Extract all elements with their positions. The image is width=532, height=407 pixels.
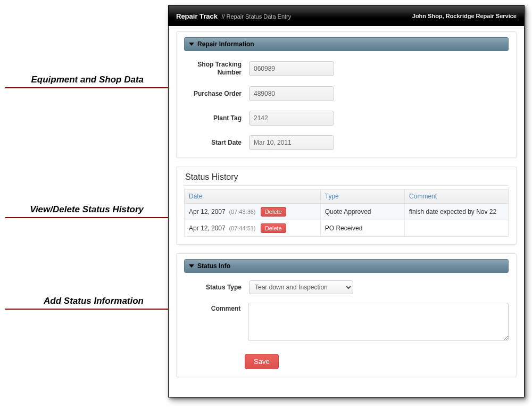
label-purchase-order: Purchase Order [184, 90, 249, 98]
annotation-history-line [5, 217, 181, 218]
cell-date: Apr 12, 2007 [189, 225, 226, 232]
cell-date: Apr 12, 2007 [189, 208, 226, 215]
top-bar: Repair Track // Repair Status Data Entry… [169, 6, 524, 26]
col-type[interactable]: Type [320, 189, 404, 204]
cell-comment: finish date expected by Nov 22 [405, 204, 509, 220]
status-info-title: Status Info [197, 262, 230, 270]
textarea-comment[interactable] [248, 303, 509, 341]
annotation-equipment-line [5, 87, 181, 88]
delete-button[interactable]: Delete [261, 223, 286, 233]
label-start-date: Start Date [184, 139, 249, 147]
cell-time: (07:44:51) [229, 225, 255, 231]
input-start-date[interactable] [249, 135, 334, 150]
select-status-type[interactable]: Tear down and Inspection [249, 280, 353, 294]
input-shop-tracking[interactable] [249, 61, 334, 76]
repair-info-title: Repair Information [197, 40, 254, 48]
page-body: Repair Information Shop Tracking Number … [169, 26, 524, 391]
row-comment: Comment [184, 303, 509, 341]
input-plant-tag[interactable] [249, 111, 334, 126]
repair-info-card: Repair Information Shop Tracking Number … [176, 31, 517, 158]
label-comment: Comment [184, 303, 248, 313]
app-brand: Repair Track [176, 12, 218, 20]
cell-time: (07:43:36) [229, 209, 255, 215]
annotation-add: Add Status Information [5, 296, 144, 306]
cell-comment [405, 220, 509, 237]
save-row: Save [245, 354, 516, 369]
repair-info-header[interactable]: Repair Information [184, 37, 509, 51]
col-comment[interactable]: Comment [405, 189, 509, 204]
row-plant-tag: Plant Tag [184, 111, 509, 126]
cell-type: PO Received [320, 220, 404, 237]
status-history-table: Date Type Comment Apr 12, 2007 (07:43:36… [184, 189, 509, 237]
status-history-divider [184, 185, 509, 186]
row-status-type: Status Type Tear down and Inspection [184, 280, 509, 294]
label-plant-tag: Plant Tag [184, 114, 249, 122]
row-purchase-order: Purchase Order [184, 86, 509, 101]
input-purchase-order[interactable] [249, 86, 334, 101]
annotation-add-line [5, 309, 181, 310]
save-button[interactable]: Save [245, 354, 279, 369]
annotation-history: View/Delete Status History [5, 204, 144, 215]
chevron-down-icon [189, 264, 194, 268]
status-info-header[interactable]: Status Info [184, 259, 509, 273]
current-user: John Shop, Rockridge Repair Service [412, 13, 517, 19]
table-row: Apr 12, 2007 (07:43:36) Delete Quote App… [185, 204, 509, 220]
chevron-down-icon [189, 43, 194, 46]
col-date[interactable]: Date [185, 189, 321, 204]
app-shell: Repair Track // Repair Status Data Entry… [168, 5, 525, 397]
row-start-date: Start Date [184, 135, 509, 150]
table-row: Apr 12, 2007 (07:44:51) Delete PO Receiv… [185, 220, 509, 237]
delete-button[interactable]: Delete [261, 207, 286, 217]
status-history-card: Status History Date Type Comment Apr [176, 167, 517, 245]
breadcrumb: Repair Track // Repair Status Data Entry [176, 12, 291, 20]
status-info-card: Status Info Status Type Tear down and In… [176, 253, 517, 377]
status-history-title: Status History [185, 172, 508, 182]
annotation-equipment: Equipment and Shop Data [5, 74, 144, 85]
label-shop-tracking: Shop Tracking Number [184, 61, 249, 77]
breadcrumb-page: // Repair Status Data Entry [221, 13, 291, 20]
row-shop-tracking: Shop Tracking Number [184, 61, 509, 77]
label-status-type: Status Type [184, 284, 249, 292]
cell-type: Quote Approved [320, 204, 404, 220]
